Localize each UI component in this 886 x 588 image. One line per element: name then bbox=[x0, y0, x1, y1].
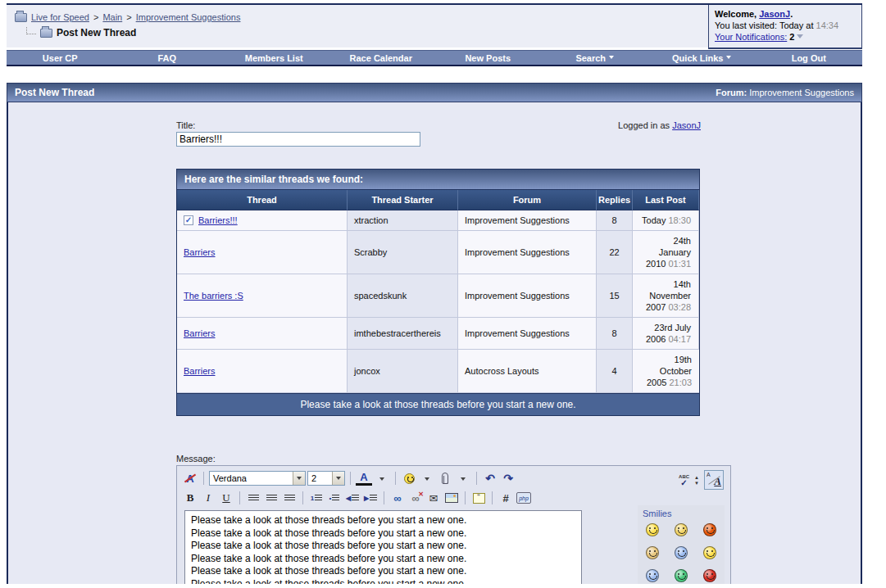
table-cell-starter: joncox bbox=[348, 350, 458, 393]
section-header: Post New Thread Forum: Improvement Sugge… bbox=[7, 83, 862, 102]
nav-members-list[interactable]: Members List bbox=[220, 53, 328, 63]
unordered-list-button[interactable]: • bbox=[326, 491, 343, 505]
message-textarea[interactable]: Please take a look at those threads befo… bbox=[184, 510, 582, 584]
breadcrumb-link-main[interactable]: Main bbox=[102, 12, 122, 22]
indent-button[interactable]: ▶ bbox=[362, 491, 379, 505]
paperclip-icon bbox=[442, 473, 448, 484]
undo-button[interactable]: ↶ bbox=[482, 471, 498, 486]
align-right-button[interactable] bbox=[281, 491, 298, 505]
smiley-smile-icon[interactable] bbox=[646, 523, 659, 536]
nav-quick-links[interactable]: Quick Links bbox=[648, 53, 756, 63]
thread-link[interactable]: Barriers!!! bbox=[198, 215, 238, 225]
table-cell-lastpost: 19th October 200521:03 bbox=[633, 350, 699, 393]
section-forum: Forum: Improvement Suggestions bbox=[716, 88, 854, 97]
editor-mode-toggle-button[interactable]: AA bbox=[704, 470, 724, 490]
toolbar-separator bbox=[302, 491, 303, 504]
font-color-dropdown[interactable] bbox=[374, 471, 390, 486]
toolbar-separator bbox=[465, 491, 466, 504]
message-editor: A Verdana 2 A ↶ ↷ ABC✓ ▲▼ AA bbox=[176, 465, 731, 584]
bold-button[interactable]: B bbox=[182, 491, 198, 505]
table-cell-starter: imthebestracerthereis bbox=[348, 318, 458, 350]
page-header: Live for Speed > Main > Improvement Sugg… bbox=[7, 3, 862, 47]
smiley-munch-icon[interactable] bbox=[675, 523, 688, 536]
notifications-count: 2 bbox=[789, 32, 794, 42]
redo-button[interactable]: ↷ bbox=[500, 471, 516, 486]
nav-user-cp[interactable]: User CP bbox=[7, 53, 114, 63]
align-left-button[interactable] bbox=[245, 491, 261, 505]
attach-dropdown[interactable] bbox=[455, 471, 471, 486]
insert-smilie-button[interactable] bbox=[401, 471, 417, 486]
notifications-dropdown-icon[interactable] bbox=[797, 34, 803, 42]
notifications-link[interactable]: Your Notifications: bbox=[715, 32, 787, 42]
page-title: Post New Thread bbox=[57, 27, 136, 38]
insert-quote-button[interactable]: “ bbox=[470, 491, 487, 505]
table-cell-lastpost: 24th January 201001:31 bbox=[633, 231, 699, 274]
remove-format-button[interactable]: A bbox=[182, 471, 198, 486]
outdent-button[interactable]: ◀ bbox=[344, 491, 361, 505]
table-cell-starter: Scrabby bbox=[348, 231, 458, 274]
message-line: Please take a look at those threads befo… bbox=[191, 527, 575, 541]
similar-threads-header: Here are the similar threads we found: bbox=[177, 170, 699, 190]
table-cell-replies: 4 bbox=[597, 350, 633, 393]
font-family-select[interactable]: Verdana bbox=[209, 471, 306, 486]
smiley-uphand-icon[interactable] bbox=[646, 569, 659, 582]
column-header-thread: Thread bbox=[177, 190, 348, 210]
thread-link[interactable]: Barriers bbox=[184, 328, 216, 338]
dropdown-arrow-icon bbox=[332, 472, 344, 485]
welcome-punct: . bbox=[790, 9, 793, 19]
nav-search[interactable]: Search bbox=[542, 53, 649, 63]
image-icon bbox=[445, 493, 458, 503]
toolbar-separator bbox=[476, 472, 477, 485]
smiley-thumbsup-icon[interactable] bbox=[646, 546, 659, 559]
nav-faq[interactable]: FAQ bbox=[114, 53, 221, 63]
breadcrumb-separator: > bbox=[126, 12, 131, 22]
spellcheck-button[interactable]: ABC✓ bbox=[679, 474, 689, 486]
php-icon: php bbox=[516, 492, 531, 504]
welcome-username-link[interactable]: JasonJ bbox=[759, 9, 790, 19]
table-cell-forum: Improvement Suggestions bbox=[458, 318, 597, 350]
title-label: Title: bbox=[176, 120, 195, 130]
thread-title-input[interactable] bbox=[176, 132, 420, 147]
smiley-razz-icon[interactable] bbox=[675, 546, 688, 559]
align-center-button[interactable] bbox=[263, 491, 279, 505]
wrap-php-button[interactable]: php bbox=[516, 491, 532, 505]
last-visited-label: You last visited: Today at bbox=[715, 20, 813, 30]
nav-new-posts[interactable]: New Posts bbox=[434, 53, 542, 63]
column-header-replies: Replies bbox=[597, 190, 633, 210]
ordered-list-button[interactable]: 1 bbox=[308, 491, 325, 505]
font-color-button[interactable]: A bbox=[356, 471, 372, 486]
similar-threads-table: Thread Thread Starter Forum Replies Last… bbox=[177, 190, 699, 393]
smiley-baddevil-icon[interactable] bbox=[703, 569, 716, 582]
thread-link[interactable]: Barriers bbox=[184, 247, 216, 257]
logged-in-user-link[interactable]: JasonJ bbox=[672, 120, 701, 130]
font-size-select[interactable]: 2 bbox=[307, 471, 345, 486]
resize-editor-control[interactable]: ▲▼ bbox=[694, 475, 699, 486]
italic-button[interactable]: I bbox=[200, 491, 216, 505]
message-line: Please take a look at those threads befo… bbox=[191, 540, 575, 553]
nav-race-calendar[interactable]: Race Calendar bbox=[328, 53, 435, 63]
smilie-dropdown[interactable] bbox=[419, 471, 435, 486]
breadcrumb-link-forum[interactable]: Improvement Suggestions bbox=[136, 12, 241, 22]
smiley-green-smile-icon[interactable] bbox=[675, 569, 688, 582]
smiley-bigsmile-icon[interactable] bbox=[703, 546, 716, 559]
remove-link-button[interactable]: ∞ bbox=[407, 491, 424, 505]
smilies-label: Smilies bbox=[643, 509, 720, 518]
message-line: Please take a look at those threads befo… bbox=[191, 578, 575, 585]
thread-link[interactable]: The barriers :S bbox=[184, 291, 243, 301]
smiley-mad-icon[interactable] bbox=[703, 523, 716, 536]
nav-log-out[interactable]: Log Out bbox=[756, 53, 863, 63]
goto-first-new-post-icon[interactable]: ✓ bbox=[184, 215, 193, 225]
similar-threads-footer: Please take a look at those threads befo… bbox=[177, 393, 699, 415]
table-cell-replies: 8 bbox=[597, 318, 633, 350]
column-header-starter: Thread Starter bbox=[348, 190, 458, 210]
insert-image-button[interactable] bbox=[443, 491, 460, 505]
attach-file-button[interactable] bbox=[437, 471, 453, 486]
thread-link[interactable]: Barriers bbox=[184, 366, 216, 376]
insert-email-button[interactable]: ✉ bbox=[425, 491, 442, 505]
underline-button[interactable]: U bbox=[218, 491, 234, 505]
table-row-thread: ✓Barriers!!! bbox=[177, 210, 348, 231]
breadcrumb-link-home[interactable]: Live for Speed bbox=[31, 12, 89, 22]
insert-link-button[interactable]: ∞ bbox=[389, 491, 406, 505]
wrap-code-button[interactable]: # bbox=[498, 491, 514, 505]
message-label: Message: bbox=[176, 454, 216, 464]
